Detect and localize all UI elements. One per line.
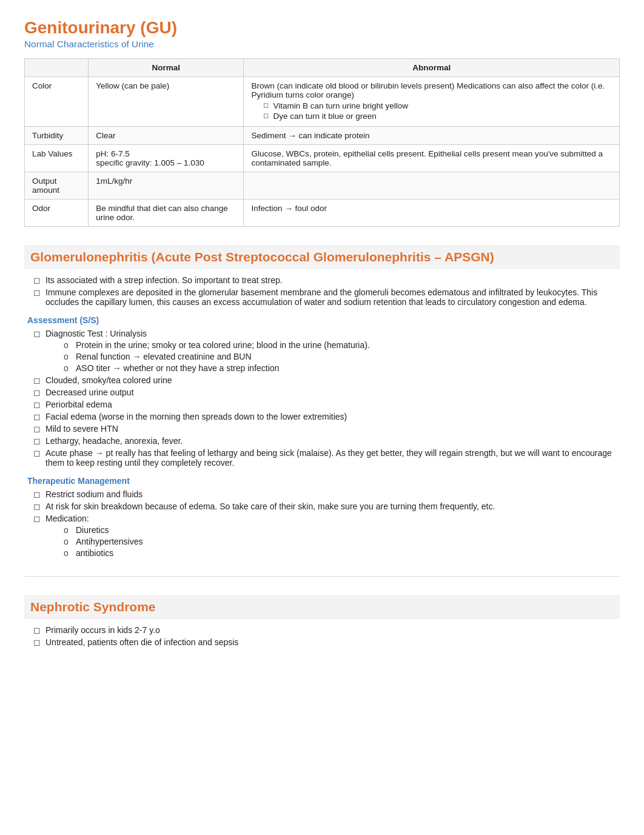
glom-bullet-item: Immune complexes are deposited in the gl… (33, 287, 617, 307)
therapeutic-item: Restrict sodium and fluids (33, 489, 617, 499)
table-bullet-item: Vitamin B can turn urine bright yellow (263, 101, 612, 110)
table-cell-normal: Clear (89, 127, 244, 145)
table-cell-normal: Yellow (can be pale) (89, 77, 244, 127)
nephrotic-bullet-item: Primarily occurs in kids 2-7 y.o (33, 625, 617, 635)
page-title: Genitourinary (GU) (24, 18, 620, 38)
assessment-list: Diagnostic Test : UrinalysisProtein in t… (27, 329, 617, 468)
assessment-item: Diagnostic Test : UrinalysisProtein in t… (33, 329, 617, 373)
table-cell-normal: pH: 6-7.5 specific gravity: 1.005 – 1.03… (89, 145, 244, 172)
table-cell-normal: Be mindful that diet can also change uri… (89, 200, 244, 227)
urine-characteristics-table: Normal Abnormal ColorYellow (can be pale… (24, 58, 620, 227)
table-cell-abnormal: Infection → foul odor (244, 200, 620, 227)
glomerulonephritis-title: Glomerulonephritis (Acute Post Streptoco… (24, 245, 620, 269)
assessment-item: Lethargy, headache, anorexia, fever. (33, 436, 617, 446)
nephrotic-bullet-item: Untreated, patients often die of infecti… (33, 637, 617, 647)
therapeutic-sub-item: antibiotics (64, 548, 617, 558)
therapeutic-item: Medication:DiureticsAntihypertensivesant… (33, 514, 617, 558)
table-cell-property: Odor (25, 200, 89, 227)
table-cell-abnormal: Glucose, WBCs, protein, epithelial cells… (244, 145, 620, 172)
nephrotic-bullets: Primarily occurs in kids 2-7 y.oUntreate… (27, 625, 617, 647)
glomerulonephritis-content: Its associated with a strep infection. S… (24, 275, 620, 558)
therapeutic-sub-item: Antihypertensives (64, 537, 617, 546)
therapeutic-list: Restrict sodium and fluidsAt risk for sk… (27, 489, 617, 558)
table-cell-abnormal: Brown (can indicate old blood or bilirub… (244, 77, 620, 127)
assessment-sub-item: ASO titer → whether or not they have a s… (64, 363, 617, 373)
table-cell-abnormal: Sediment → can indicate protein (244, 127, 620, 145)
assessment-sub-item: Protein in the urine; smoky or tea color… (64, 340, 617, 350)
table-header-property (25, 59, 89, 77)
assessment-item: Facial edema (worse in the morning then … (33, 412, 617, 421)
assessment-item: Periorbital edema (33, 400, 617, 409)
glomerulonephritis-bullets: Its associated with a strep infection. S… (27, 275, 617, 307)
glom-bullet-item: Its associated with a strep infection. S… (33, 275, 617, 285)
assessment-item: Acute phase → pt really has that feeling… (33, 448, 617, 468)
therapeutic-item: At risk for skin breakdown because of ed… (33, 501, 617, 511)
table-cell-property: Color (25, 77, 89, 127)
assessment-sub-item: Renal function → elevated creatinine and… (64, 352, 617, 361)
assessment-item: Mild to severe HTN (33, 424, 617, 434)
table-cell-property: Lab Values (25, 145, 89, 172)
table-cell-property: Turbidity (25, 127, 89, 145)
table-bullet-item: Dye can turn it blue or green (263, 112, 612, 121)
assessment-header: Assessment (S/S) (27, 315, 617, 325)
table-cell-abnormal (244, 172, 620, 200)
nephrotic-title: Nephrotic Syndrome (24, 595, 620, 619)
table-cell-normal: 1mL/kg/hr (89, 172, 244, 200)
therapeutic-header: Therapeutic Management (27, 476, 617, 486)
table-header-normal: Normal (89, 59, 244, 77)
section-divider (24, 576, 620, 577)
table-header-abnormal: Abnormal (244, 59, 620, 77)
section-subtitle: Normal Characteristics of Urine (24, 39, 620, 50)
assessment-item: Decreased urine output (33, 387, 617, 397)
nephrotic-content: Primarily occurs in kids 2-7 y.oUntreate… (24, 625, 620, 647)
table-cell-property: Output amount (25, 172, 89, 200)
assessment-item: Clouded, smoky/tea colored urine (33, 375, 617, 385)
therapeutic-sub-item: Diuretics (64, 525, 617, 535)
